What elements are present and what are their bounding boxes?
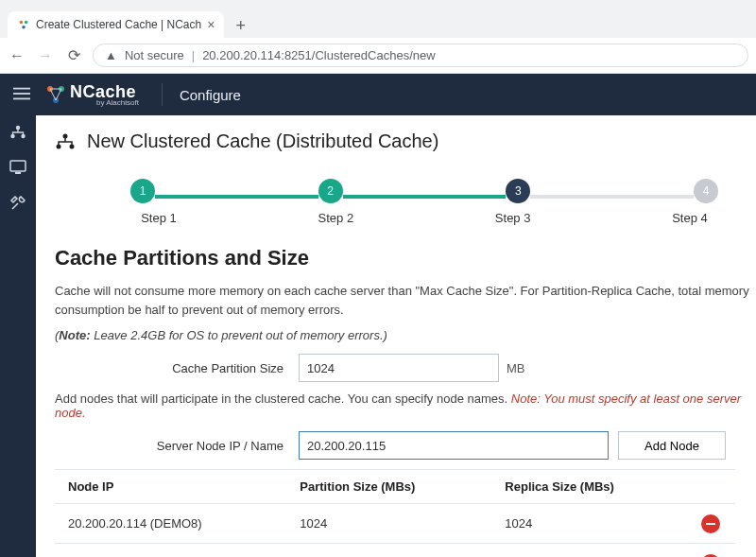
svg-point-18	[57, 144, 61, 148]
reload-button[interactable]: ⟳	[64, 46, 83, 64]
cluster-title-icon	[55, 132, 76, 151]
separator: |	[192, 48, 195, 62]
address-bar[interactable]: ▲ Not secure | 20.200.20.114:8251/Cluste…	[93, 44, 748, 67]
cell-node-ip: 20.200.20.114 (DEMO8)	[55, 504, 286, 544]
col-remove	[688, 470, 735, 504]
tab-close-icon[interactable]: ×	[207, 17, 215, 32]
os-memory-note: (Note: Leave 2.4GB for OS to prevent out…	[55, 328, 756, 342]
table-row: 20.200.20.115 (DEMO9) 1024 1024	[55, 544, 735, 558]
header-divider	[162, 83, 163, 106]
minus-icon	[706, 523, 715, 525]
svg-rect-4	[13, 93, 30, 95]
cell-partition-size: 1024	[286, 504, 491, 544]
svg-rect-16	[15, 172, 21, 174]
cell-replica-size: 1024	[491, 504, 688, 544]
step-2-label: Step 2	[307, 211, 364, 225]
svg-point-2	[22, 26, 26, 29]
col-node-ip: Node IP	[55, 470, 286, 504]
back-button[interactable]: ←	[8, 47, 26, 64]
add-nodes-text: Add nodes that will participate in the c…	[55, 392, 507, 406]
step-bar-3-4	[530, 195, 694, 199]
svg-line-10	[56, 89, 61, 100]
brand-tagline: by Alachisoft	[96, 98, 139, 107]
security-warning-text: Not secure	[125, 48, 184, 62]
svg-point-12	[16, 126, 20, 130]
logo-icon	[43, 82, 68, 107]
cluster-icon	[9, 125, 26, 140]
menu-toggle-button[interactable]	[13, 87, 30, 103]
step-2-indicator[interactable]: 2	[318, 179, 343, 203]
step-bar-1-2	[155, 195, 318, 199]
svg-point-14	[21, 134, 25, 138]
step-bar-2-3	[343, 195, 507, 199]
cache-partition-size-input[interactable]	[299, 354, 499, 382]
svg-rect-20	[706, 523, 715, 525]
brand-logo: NCache by Alachisoft	[43, 82, 139, 107]
server-node-input[interactable]	[299, 431, 609, 460]
monitor-icon	[9, 160, 26, 175]
step-1-label: Step 1	[130, 211, 187, 225]
server-node-label: Server Node IP / Name	[55, 439, 299, 453]
cell-node-ip: 20.200.20.115 (DEMO9)	[55, 544, 286, 558]
table-header-row: Node IP Partition Size (MBs) Replica Siz…	[55, 470, 735, 504]
sidebar-item-monitor[interactable]	[9, 160, 26, 178]
section-description: Cache will not consume more memory on ea…	[55, 282, 756, 319]
note-label: Note:	[59, 328, 90, 342]
cell-replica-size: 1024	[491, 544, 688, 558]
svg-rect-5	[13, 97, 30, 99]
add-nodes-instruction: Add nodes that will participate in the c…	[55, 392, 756, 420]
step-3-indicator[interactable]: 3	[506, 179, 530, 203]
svg-line-11	[50, 89, 56, 100]
svg-point-0	[20, 21, 24, 25]
section-heading: Cache Partitions and Size	[55, 246, 756, 270]
app-header: NCache by Alachisoft Configure	[0, 74, 756, 115]
step-4-indicator: 4	[694, 179, 718, 203]
security-warning-icon: ▲	[105, 48, 117, 62]
svg-point-1	[25, 21, 28, 25]
table-row: 20.200.20.114 (DEMO8) 1024 1024	[55, 504, 735, 544]
forward-button: →	[36, 47, 55, 64]
page-title-text: New Clustered Cache (Distributed Cache)	[87, 131, 438, 152]
step-4-label: Step 4	[662, 211, 718, 225]
svg-point-13	[10, 134, 14, 138]
svg-point-17	[63, 133, 68, 138]
browser-tab[interactable]: Create Clustered Cache | NCach ×	[8, 11, 224, 38]
menu-icon	[13, 87, 30, 100]
col-replica-size: Replica Size (MBs)	[491, 470, 688, 504]
browser-tab-title: Create Clustered Cache | NCach	[36, 18, 201, 31]
remove-node-button[interactable]	[701, 514, 720, 533]
sidebar	[0, 115, 36, 557]
page-title: New Clustered Cache (Distributed Cache)	[55, 131, 756, 152]
favicon	[17, 18, 30, 31]
url-text: 20.200.20.114:8251/ClusteredCaches/new	[202, 48, 435, 62]
cache-partition-size-label: Cache Partition Size	[55, 361, 299, 375]
svg-point-19	[70, 144, 75, 148]
cache-size-unit: MB	[507, 361, 525, 375]
new-tab-button[interactable]: +	[230, 14, 251, 38]
svg-rect-15	[10, 161, 26, 171]
step-3-label: Step 3	[485, 211, 541, 225]
nodes-table: Node IP Partition Size (MBs) Replica Siz…	[55, 469, 735, 557]
configure-link[interactable]: Configure	[180, 87, 241, 103]
svg-rect-3	[13, 87, 30, 89]
note-text: Leave 2.4GB for OS to prevent out of mem…	[91, 328, 387, 342]
col-partition-size: Partition Size (MBs)	[286, 470, 491, 504]
step-1-indicator[interactable]: 1	[130, 179, 155, 203]
add-node-button[interactable]: Add Node	[618, 431, 726, 460]
cell-partition-size: 1024	[286, 544, 491, 558]
sidebar-item-cluster[interactable]	[9, 125, 26, 143]
sidebar-item-tools[interactable]	[9, 195, 26, 215]
tools-icon	[9, 195, 26, 212]
stepper: 1 2 3 4	[130, 179, 718, 203]
